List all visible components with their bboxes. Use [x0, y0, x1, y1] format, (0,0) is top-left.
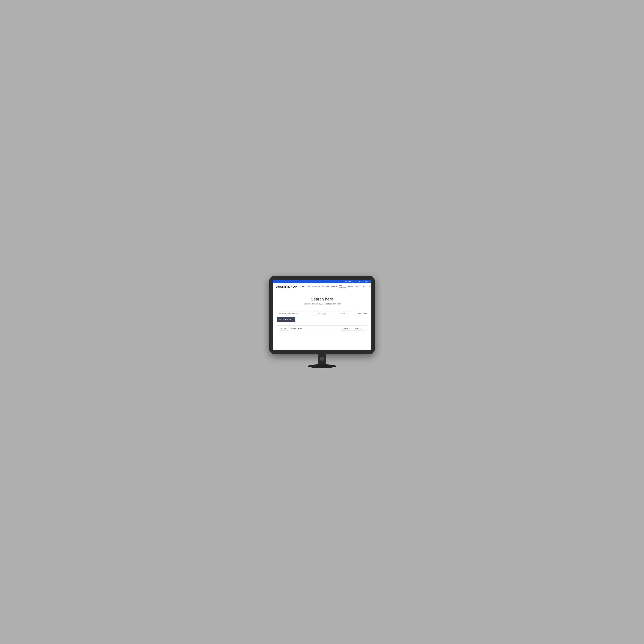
hero-section: Search here The simplest way to buy and …: [273, 290, 371, 309]
nav-link-cork[interactable]: Cork: [307, 286, 310, 288]
top-bar: Add Listing Dashboard Login: [273, 280, 371, 283]
nav: GASKETDROP All Cork Elastomer Graphite M…: [273, 283, 371, 290]
monitor-knob: [320, 357, 324, 361]
category-chevron-icon: ⌄: [329, 313, 330, 314]
monitor-body: Add Listing Dashboard Login GASKETDROP A…: [269, 276, 375, 354]
login-link[interactable]: Login: [365, 281, 368, 282]
hero-title: Search here: [276, 297, 368, 302]
logo: GASKETDROP: [276, 285, 297, 288]
monitor-neck: [318, 354, 326, 364]
search-bar: Category ⌄ Location ⌄ ▿ More Filters 🔍 S…: [273, 309, 371, 324]
view-as-button[interactable]: View As ⌄: [340, 327, 352, 331]
nav-link-metallic[interactable]: Metallic: [331, 286, 337, 288]
hero-subtitle: The simplest way to buy and sell gasket …: [276, 303, 368, 305]
category-label: Category: [319, 313, 326, 315]
filters-button[interactable]: ▿ Filters: [279, 327, 289, 331]
monitor-base: [308, 364, 336, 368]
nav-link-elastomer[interactable]: Elastomer: [312, 286, 320, 288]
category-select[interactable]: Category ⌄: [317, 311, 335, 316]
nav-link-paper[interactable]: Paper: [355, 286, 360, 288]
nav-link-ptfe[interactable]: PTFE: [362, 286, 366, 288]
more-filters-button[interactable]: ▿ More Filters: [357, 313, 367, 315]
nav-link-graphite[interactable]: Graphite: [322, 286, 329, 288]
nav-link-textile[interactable]: Textile: [348, 286, 353, 288]
search-btn-icon: 🔍: [279, 319, 281, 320]
sort-by-chevron-icon: ⌄: [362, 328, 363, 330]
location-chevron-icon: ⌄: [348, 313, 349, 314]
filter-funnel-icon: ▿: [357, 313, 357, 315]
dashboard-link[interactable]: Dashboard: [355, 281, 363, 282]
nav-links: All Cork Elastomer Graphite Metallic Non…: [302, 285, 366, 289]
location-select[interactable]: Location ⌄: [337, 311, 355, 316]
nav-search-icon[interactable]: 🔍: [369, 285, 371, 288]
monitor-stand-assembly: [308, 354, 336, 368]
results-bar: ▿ Filters 4 Items Found View As ⌄ Sort B…: [277, 325, 367, 332]
search-btn-label: Search Listing: [282, 319, 293, 320]
sort-by-label: Sort By: [355, 328, 361, 330]
search-input[interactable]: [277, 311, 316, 316]
nav-link-non-asbestos[interactable]: Non-asbestos: [339, 285, 346, 289]
monitor-wrapper: Add Listing Dashboard Login GASKETDROP A…: [269, 276, 375, 368]
view-as-label: View As: [342, 328, 348, 330]
content-area: [273, 335, 371, 350]
sort-by-button[interactable]: Sort By ⌄: [353, 327, 365, 331]
results-left: ▿ Filters 4 Items Found: [279, 327, 302, 331]
screen: Add Listing Dashboard Login GASKETDROP A…: [273, 280, 371, 350]
results-right: View As ⌄ Sort By ⌄: [340, 327, 365, 331]
more-filters-label: More Filters: [358, 313, 367, 315]
filter-icon: ▿: [281, 328, 282, 330]
filters-label: Filters: [283, 328, 287, 330]
items-found-count: 4 Items Found: [291, 328, 302, 330]
view-as-chevron-icon: ⌄: [349, 328, 350, 330]
location-label: Location: [339, 313, 345, 315]
search-listing-button[interactable]: 🔍 Search Listing: [277, 317, 295, 322]
add-listing-link[interactable]: Add Listing: [345, 281, 353, 282]
nav-link-all[interactable]: All: [302, 286, 304, 288]
